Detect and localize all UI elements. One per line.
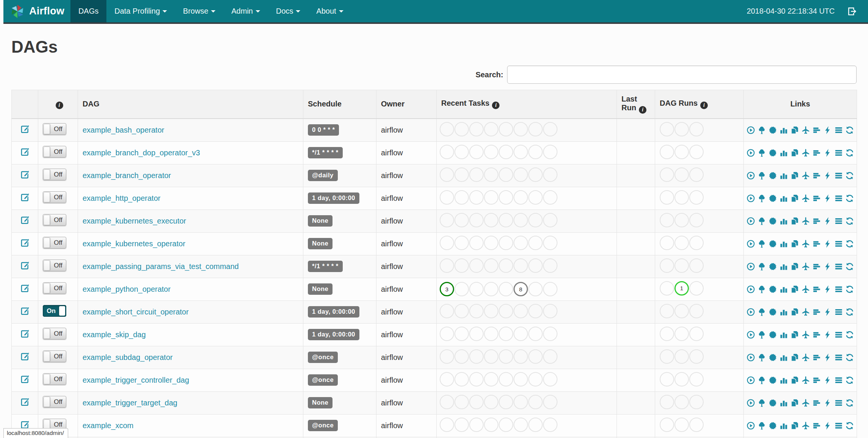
task-state-circle[interactable] <box>689 190 704 205</box>
task-state-circle[interactable] <box>454 167 469 182</box>
task-state-circle[interactable] <box>440 236 454 250</box>
task-state-circle[interactable] <box>689 122 704 136</box>
task-state-circle[interactable] <box>543 213 557 227</box>
dag-link[interactable]: example_bash_operator <box>83 126 164 134</box>
task-state-circle[interactable] <box>440 258 454 273</box>
task-duration-icon[interactable] <box>779 239 788 249</box>
task-tries-icon[interactable] <box>790 216 799 226</box>
dag-link[interactable]: example_branch_dop_operator_v3 <box>83 149 200 157</box>
task-state-circle[interactable] <box>499 167 513 182</box>
task-state-circle[interactable] <box>469 258 484 273</box>
task-state-circle[interactable] <box>543 167 557 182</box>
refresh-icon[interactable] <box>845 353 854 362</box>
task-state-circle[interactable] <box>499 190 513 205</box>
gantt-view-icon[interactable] <box>812 239 821 249</box>
tree-view-icon[interactable] <box>757 353 767 362</box>
task-state-circle[interactable] <box>440 304 454 318</box>
task-tries-icon[interactable] <box>790 285 799 294</box>
edit-dag-icon[interactable] <box>20 192 30 202</box>
dag-link[interactable]: example_passing_params_via_test_command <box>83 262 239 271</box>
task-state-circle[interactable] <box>484 258 498 273</box>
gantt-view-icon[interactable] <box>812 285 821 294</box>
graph-view-icon[interactable] <box>768 171 777 180</box>
code-view-icon[interactable] <box>823 307 832 317</box>
graph-view-icon[interactable] <box>768 194 777 203</box>
task-state-circle[interactable] <box>514 258 528 273</box>
code-view-icon[interactable] <box>823 330 832 339</box>
landing-times-icon[interactable] <box>801 353 810 362</box>
task-tries-icon[interactable] <box>790 398 799 408</box>
task-tries-icon[interactable] <box>790 148 799 158</box>
code-view-icon[interactable] <box>823 216 832 226</box>
tree-view-icon[interactable] <box>757 307 767 317</box>
task-state-circle[interactable] <box>469 349 484 364</box>
code-view-icon[interactable] <box>823 398 832 408</box>
logs-icon[interactable] <box>834 353 843 362</box>
task-state-circle[interactable] <box>528 167 543 182</box>
trigger-dag-icon[interactable] <box>746 239 756 249</box>
task-state-circle[interactable] <box>543 122 557 136</box>
tree-view-icon[interactable] <box>757 239 767 249</box>
task-state-circle[interactable] <box>514 349 528 364</box>
graph-view-icon[interactable] <box>768 125 777 135</box>
dag-toggle[interactable]: Off <box>43 373 66 385</box>
task-state-circle[interactable] <box>689 372 704 386</box>
task-state-circle[interactable] <box>674 418 689 432</box>
task-state-circle[interactable] <box>484 304 498 318</box>
task-state-circle[interactable] <box>454 327 469 341</box>
task-state-circle[interactable] <box>469 395 484 409</box>
task-state-circle[interactable] <box>484 236 498 250</box>
trigger-dag-icon[interactable] <box>746 330 756 339</box>
edit-dag-icon[interactable] <box>20 283 30 293</box>
task-state-circle[interactable] <box>484 213 498 227</box>
task-state-circle[interactable] <box>454 213 469 227</box>
refresh-icon[interactable] <box>845 148 854 158</box>
task-state-circle[interactable] <box>660 167 674 182</box>
graph-view-icon[interactable] <box>768 330 777 339</box>
task-state-circle[interactable] <box>514 236 528 250</box>
search-input[interactable] <box>507 66 857 84</box>
refresh-icon[interactable] <box>845 285 854 294</box>
task-state-circle[interactable] <box>674 349 689 364</box>
task-state-circle[interactable] <box>528 258 543 273</box>
task-state-circle[interactable] <box>514 190 528 205</box>
task-state-circle[interactable] <box>689 304 704 318</box>
gantt-view-icon[interactable] <box>812 421 821 430</box>
task-tries-icon[interactable] <box>790 239 799 249</box>
landing-times-icon[interactable] <box>801 421 810 430</box>
task-state-circle[interactable] <box>440 327 454 341</box>
edit-dag-icon[interactable] <box>20 238 30 248</box>
task-state-circle[interactable] <box>660 213 674 227</box>
task-state-circle[interactable] <box>543 349 557 364</box>
tree-view-icon[interactable] <box>757 216 767 226</box>
info-icon[interactable]: i <box>639 106 646 114</box>
task-duration-icon[interactable] <box>779 398 788 408</box>
logs-icon[interactable] <box>834 330 843 339</box>
task-tries-icon[interactable] <box>790 307 799 317</box>
task-state-circle[interactable] <box>514 372 528 386</box>
tree-view-icon[interactable] <box>757 375 767 385</box>
trigger-dag-icon[interactable] <box>746 375 756 385</box>
dag-link[interactable]: example_kubernetes_executor <box>83 217 186 225</box>
trigger-dag-icon[interactable] <box>746 307 756 317</box>
landing-times-icon[interactable] <box>801 307 810 317</box>
task-state-circle[interactable] <box>469 372 484 386</box>
task-state-circle[interactable] <box>499 282 513 296</box>
task-state-circle[interactable] <box>484 395 498 409</box>
task-state-circle[interactable] <box>689 395 704 409</box>
task-state-circle[interactable] <box>454 372 469 386</box>
task-state-circle[interactable] <box>660 190 674 205</box>
landing-times-icon[interactable] <box>801 216 810 226</box>
task-tries-icon[interactable] <box>790 171 799 180</box>
dag-link[interactable]: example_xcom <box>83 421 134 430</box>
task-state-circle[interactable] <box>674 258 689 273</box>
trigger-dag-icon[interactable] <box>746 125 756 135</box>
task-duration-icon[interactable] <box>779 194 788 203</box>
task-state-circle[interactable] <box>543 145 557 159</box>
task-state-circle[interactable] <box>469 167 484 182</box>
task-state-circle[interactable] <box>528 418 543 432</box>
gantt-view-icon[interactable] <box>812 216 821 226</box>
task-duration-icon[interactable] <box>779 285 788 294</box>
task-state-circle[interactable] <box>528 327 543 341</box>
dag-toggle[interactable]: Off <box>43 328 66 339</box>
